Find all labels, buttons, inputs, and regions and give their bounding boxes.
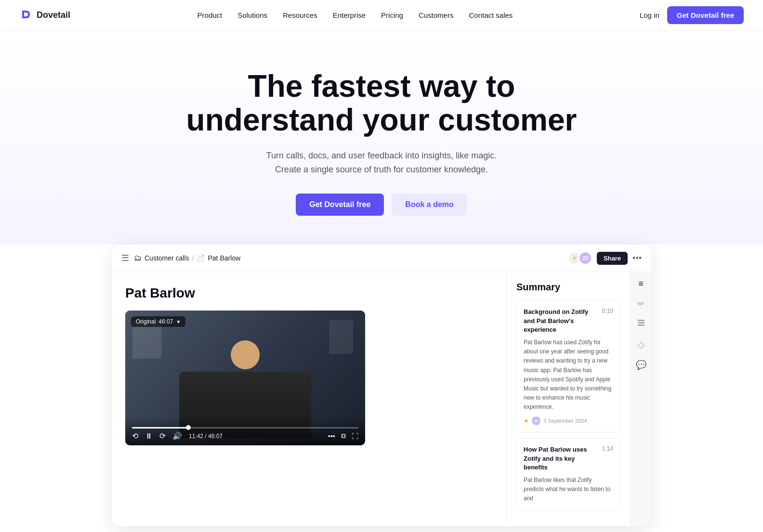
video-original-badge[interactable]: Original 46:07 ▼ (131, 316, 185, 327)
topbar-right: + JD Share ••• (568, 251, 642, 265)
nav-link-product[interactable]: Product (197, 11, 223, 19)
logo[interactable]: Dovetail (19, 9, 70, 22)
hero-headline: The fastest way to understand your custo… (165, 69, 598, 137)
file-icon: 📄 (197, 254, 205, 262)
video-badge-arrow-icon: ▼ (176, 319, 181, 324)
nav-link-solutions[interactable]: Solutions (237, 11, 267, 19)
nav-link-pricing[interactable]: Pricing (381, 11, 403, 19)
summary-card-0-header: Background on Zotify and Pat Barlow's ex… (524, 308, 613, 334)
hero-cta-primary[interactable]: Get Dovetail free (296, 194, 384, 216)
navbar: Dovetail Product Solutions Resources Ent… (0, 0, 763, 31)
avatar-group: + JD (568, 251, 592, 265)
svg-rect-0 (638, 320, 645, 321)
video-play-pause-button[interactable]: ⏸ (145, 432, 153, 441)
video-controls: ⟲ ⏸ ⟳ 🔊 11:42 / 46:07 ••• ⧉ ⛶ (125, 417, 365, 445)
summary-avatar: JD (532, 416, 540, 425)
hero-subtext-line2: Create a single source of truth for cust… (275, 165, 488, 174)
svg-rect-2 (638, 324, 645, 326)
app-right-panel: Summary Background on Zotify and Pat Bar… (507, 272, 651, 526)
hero-section: The fastest way to understand your custo… (0, 31, 763, 245)
nav-link-customers[interactable]: Customers (419, 11, 454, 19)
nav-link-enterprise[interactable]: Enterprise (333, 11, 366, 19)
summary-card-0-time: 0:10 (602, 308, 613, 314)
breadcrumb: 🗂 Customer calls / 📄 Pat Barlow (134, 254, 240, 262)
nav-link-contact-sales[interactable]: Contact sales (469, 11, 513, 19)
video-volume-button[interactable]: 🔊 (172, 431, 182, 441)
video-player[interactable]: Original 46:07 ▼ (125, 311, 365, 445)
video-more-icon[interactable]: ••• (328, 432, 335, 440)
video-ctrl-right: ••• ⧉ ⛶ (328, 432, 358, 440)
video-rewind-button[interactable]: ⟲ (132, 431, 138, 441)
sidebar-sections-icon[interactable] (637, 319, 645, 330)
summary-card-1-time: 1:14 (602, 445, 613, 452)
video-badge-duration: 46:07 (158, 318, 173, 325)
summary-card-1-header: How Pat Barlow uses Zotify and its key b… (524, 445, 613, 472)
summary-card-0-body: Pat Barlow has used Zotify for about one… (524, 338, 613, 412)
app-topbar: ☰ 🗂 Customer calls / 📄 Pat Barlow + (112, 245, 651, 272)
menu-icon[interactable]: ☰ (121, 253, 129, 263)
svg-rect-1 (638, 322, 645, 324)
hero-headline-line1: The fastest way to (248, 69, 515, 104)
breadcrumb-file[interactable]: 📄 Pat Barlow (197, 254, 240, 262)
nav-link-resources[interactable]: Resources (283, 11, 317, 19)
document-title: Pat Barlow (125, 285, 493, 301)
summary-card-0-date: 3 September 2024 (543, 418, 587, 424)
logo-icon (19, 9, 33, 22)
nav-links: Product Solutions Resources Enterprise P… (197, 11, 513, 19)
breadcrumb-file-label: Pat Barlow (208, 254, 240, 262)
video-control-row: ⟲ ⏸ ⟳ 🔊 11:42 / 46:07 ••• ⧉ ⛶ (132, 431, 358, 441)
hero-cta-secondary[interactable]: Book a demo (392, 194, 467, 216)
hero-buttons: Get Dovetail free Book a demo (19, 194, 744, 216)
video-badge-label: Original (136, 318, 156, 325)
video-progress-bar[interactable] (132, 427, 358, 428)
breadcrumb-folder[interactable]: 🗂 Customer calls (134, 254, 189, 262)
logo-text: Dovetail (37, 10, 70, 20)
star-icon: ★ (524, 417, 529, 424)
summary-card-1-title: How Pat Barlow uses Zotify and its key b… (524, 445, 602, 472)
summary-card-1: How Pat Barlow uses Zotify and its key b… (516, 438, 620, 510)
person-head (231, 340, 260, 369)
hero-subtext-line1: Turn calls, docs, and user feedback into… (266, 151, 497, 160)
video-forward-button[interactable]: ⟳ (159, 431, 166, 441)
hero-subtext: Turn calls, docs, and user feedback into… (19, 149, 744, 177)
hero-headline-line2: understand your customer (186, 103, 577, 137)
video-progress-thumb (186, 425, 191, 430)
video-progress (132, 427, 358, 428)
video-fullscreen-icon[interactable]: ⛶ (352, 432, 358, 440)
breadcrumb-separator: / (192, 254, 194, 262)
video-progress-fill (132, 427, 188, 428)
nav-actions: Log in Get Dovetail free (640, 6, 744, 24)
folder-icon: 🗂 (134, 254, 142, 262)
summary-card-0: Background on Zotify and Pat Barlow's ex… (516, 300, 620, 432)
sidebar-comment-icon[interactable]: 💬 (636, 360, 646, 370)
app-demo-wrapper: ☰ 🗂 Customer calls / 📄 Pat Barlow + (92, 245, 671, 532)
sidebar-edit-icon[interactable]: ✏ (637, 298, 645, 309)
summary-card-1-body: Pat Barlow likes that Zotify predicts wh… (524, 476, 613, 504)
summary-title: Summary (516, 282, 620, 293)
video-ctrl-left: ⟲ ⏸ ⟳ 🔊 11:42 / 46:07 (132, 431, 223, 441)
share-button[interactable]: Share (597, 252, 628, 265)
app-sidebar-icons: ≡ ✏ ◇ 💬 (630, 272, 651, 526)
collaborator-avatar: JD (579, 251, 592, 265)
nav-cta-button[interactable]: Get Dovetail free (667, 6, 744, 24)
login-button[interactable]: Log in (640, 11, 659, 19)
app-left-panel: Pat Barlow Original (112, 272, 507, 526)
breadcrumb-folder-label: Customer calls (145, 254, 189, 262)
app-body: Pat Barlow Original (112, 272, 651, 526)
app-demo: ☰ 🗂 Customer calls / 📄 Pat Barlow + (112, 245, 651, 526)
sidebar-tag-icon[interactable]: ◇ (638, 339, 645, 350)
summary-panel: Summary Background on Zotify and Pat Bar… (507, 272, 630, 526)
summary-card-0-footer: ★ JD 3 September 2024 (524, 416, 613, 425)
more-options-icon[interactable]: ••• (632, 253, 642, 263)
summary-card-0-title: Background on Zotify and Pat Barlow's ex… (524, 308, 602, 334)
topbar-left: ☰ 🗂 Customer calls / 📄 Pat Barlow (121, 253, 240, 263)
sidebar-list-icon[interactable]: ≡ (638, 279, 644, 289)
video-pip-icon[interactable]: ⧉ (341, 432, 346, 440)
video-timestamp: 11:42 / 46:07 (189, 433, 223, 440)
bg-art-right (329, 320, 353, 354)
